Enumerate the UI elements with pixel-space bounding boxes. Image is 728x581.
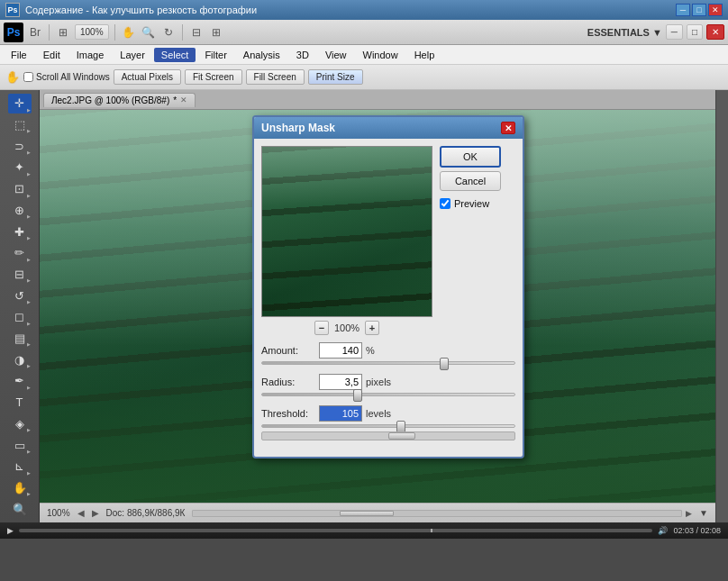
menu-analysis[interactable]: Analysis [236,48,287,62]
zoom-tool-icon[interactable]: 🔍 [141,24,157,41]
timeline-cursor [431,529,432,532]
print-size-button[interactable]: Print Size [308,69,363,85]
stamp-tool[interactable]: ⊟▶ [8,265,32,285]
radius-input[interactable] [319,374,362,390]
horizontal-scrollbar[interactable] [192,510,682,517]
amount-slider-track[interactable] [261,361,515,365]
preview-checkbox-wrap: Preview [440,198,515,209]
volume-icon[interactable]: 🔊 [658,526,668,535]
menu-file[interactable]: File [4,48,34,62]
timeline-bar[interactable] [19,529,652,532]
eyedropper-tool[interactable]: ⊕▶ [8,201,32,221]
play-button[interactable]: ▶ [7,526,14,535]
doc-size-display: Doc: 886,9К/886,9К [106,508,186,518]
minimize-button[interactable]: ─ [676,4,690,16]
amount-input[interactable] [319,342,362,359]
zoom-display[interactable]: 100% [75,24,109,40]
amount-slider-thumb[interactable] [440,358,449,370]
layout-icon[interactable]: ⊞ [208,24,224,41]
status-nav-prev[interactable]: ◀ [77,508,85,518]
vertical-scroll-indicator[interactable]: ▼ [699,508,708,518]
move-tool[interactable]: ✛▶ [8,94,32,113]
radius-param-row: Radius: pixels [261,374,515,396]
actual-pixels-button[interactable]: Actual Pixels [114,69,181,85]
ok-button[interactable]: OK [440,146,501,168]
close-window-button[interactable]: ✕ [708,4,723,16]
3d-tool[interactable]: ⊾▶ [8,457,32,477]
shape-tool[interactable]: ▭▶ [8,435,32,455]
zoom-tool[interactable]: 🔍 [8,499,32,519]
radius-label-row: Radius: pixels [261,374,515,390]
dialog-close-button[interactable]: ✕ [501,122,515,134]
eraser-tool[interactable]: ◻▶ [8,307,32,327]
zoom-out-button[interactable]: − [314,321,329,335]
lasso-tool[interactable]: ⊃▶ [8,136,32,156]
document-tab[interactable]: Лес2.JPG @ 100% (RGB/8#) * ✕ [43,93,196,107]
radius-slider-track[interactable] [261,393,515,396]
preview-checkbox[interactable] [440,198,450,209]
hand-tool[interactable]: ✋▶ [8,478,32,498]
menu-3d[interactable]: 3D [289,48,316,62]
threshold-scrollbar[interactable] [261,431,515,440]
arrange-icon[interactable]: ⊟ [188,24,205,41]
zoom-in-button[interactable]: + [365,321,379,335]
scroll-all-windows-label: Scroll All Windows [36,72,110,82]
tab-close-button[interactable]: ✕ [180,95,187,104]
menu-layer[interactable]: Layer [113,48,152,62]
scrollbar-thumb[interactable] [340,511,394,516]
preview-image [261,146,432,317]
dialog-titlebar: Unsharp Mask ✕ [254,117,523,139]
sliders-section: Amount: % Radius: pixels [254,342,523,457]
path-selection-tool[interactable]: ◈▶ [8,414,32,434]
threshold-scroll-thumb[interactable] [388,432,415,440]
toolbar-separator-2 [114,24,115,41]
menu-edit[interactable]: Edit [36,48,68,62]
menu-window[interactable]: Window [356,48,405,62]
pen-tool[interactable]: ✒▶ [8,371,32,391]
bridge-icon[interactable]: Br [27,24,43,41]
magic-wand-tool[interactable]: ✦▶ [8,158,32,177]
app-icon: Ps [5,3,20,17]
minimize-ps-button[interactable]: ─ [666,24,683,40]
menu-help[interactable]: Help [407,48,442,62]
threshold-input[interactable] [319,405,362,422]
menu-image[interactable]: Image [69,48,112,62]
brush-tool[interactable]: ✏▶ [8,243,32,263]
left-tools-panel: ✛▶ ⬚▶ ⊃▶ ✦▶ ⊡▶ ⊕▶ ✚▶ ✏▶ ⊟▶ ↺▶ ◻▶ ▤▶ ◑▶ ✒… [0,90,40,522]
dialog-controls: OK Cancel Preview [440,146,515,335]
radius-unit: pixels [366,377,391,387]
essentials-label[interactable]: ESSENTIALS ▼ [587,27,662,38]
menu-view[interactable]: View [318,48,354,62]
dodge-tool[interactable]: ◑▶ [8,350,32,369]
zoom-controls: − 100% + [261,321,432,335]
close-ps-button[interactable]: ✕ [706,24,724,40]
crop-tool[interactable]: ⊡▶ [8,179,32,199]
status-nav-next[interactable]: ▶ [92,508,99,518]
menu-filter[interactable]: Filter [197,48,233,62]
history-brush-tool[interactable]: ↺▶ [8,286,32,305]
workspace-icon[interactable]: ⊞ [55,24,71,41]
menu-bar: File Edit Image Layer Select Filter Anal… [0,45,728,65]
toolbar-separator [49,24,50,41]
amount-param-row: Amount: % [261,342,515,365]
preview-area: − 100% + [261,146,432,335]
scroll-right-button[interactable]: ▶ [686,509,692,518]
title-bar: Ps Содержание - Как улучшить резкость фо… [0,0,728,20]
menu-select[interactable]: Select [154,48,196,62]
radius-slider-thumb[interactable] [353,389,362,402]
text-tool[interactable]: T [8,393,32,413]
scroll-all-windows-checkbox[interactable] [23,72,33,82]
fit-screen-button[interactable]: Fit Screen [185,69,242,85]
gradient-tool[interactable]: ▤▶ [8,329,32,349]
maximize-button[interactable]: □ [692,4,706,16]
healing-tool[interactable]: ✚▶ [8,222,32,241]
hand-tool-icon[interactable]: ✋ [121,24,137,41]
zoom-percentage: 100% [334,322,359,333]
selection-tool[interactable]: ⬚▶ [8,115,32,135]
restore-ps-button[interactable]: □ [687,24,703,40]
threshold-slider-track[interactable] [261,424,515,428]
rotate-icon[interactable]: ↻ [160,24,177,41]
taskbar: ▶ 🔊 02:03 / 02:08 [0,522,728,539]
cancel-button[interactable]: Cancel [440,171,501,191]
fill-screen-button[interactable]: Fill Screen [246,69,305,85]
